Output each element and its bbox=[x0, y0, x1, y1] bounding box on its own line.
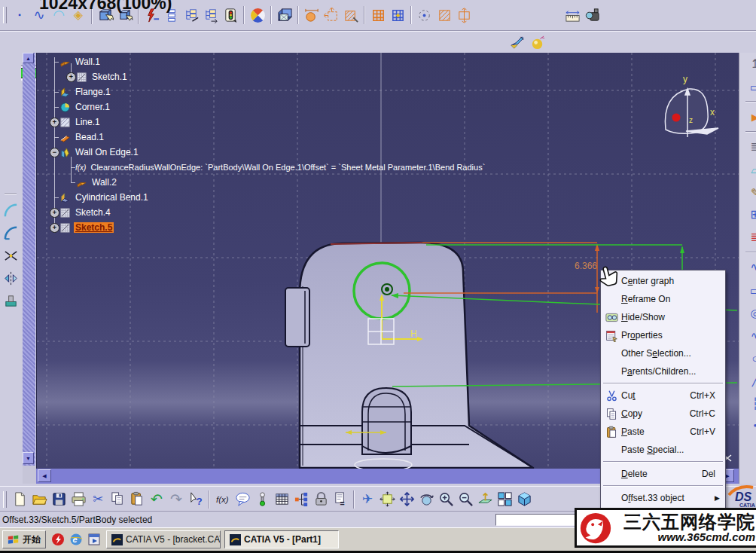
media-player-icon[interactable] bbox=[87, 532, 102, 547]
tree-item[interactable]: Sketch.5 bbox=[59, 220, 114, 235]
tree-item[interactable]: Corner.1 bbox=[59, 99, 111, 115]
menu-item-other-selection[interactable]: Other Selection... bbox=[602, 344, 724, 362]
redo-arrow-button[interactable]: ↷ bbox=[166, 490, 186, 509]
cut-frame-button[interactable] bbox=[454, 5, 474, 25]
menu-item-offset-33-object[interactable]: Offset.33 object▶ bbox=[602, 489, 724, 507]
tree-item[interactable]: Sketch.1 bbox=[75, 69, 129, 84]
measure-ruler-button[interactable] bbox=[562, 5, 582, 25]
move-frame-button[interactable] bbox=[322, 5, 341, 25]
projector-camera-button[interactable] bbox=[582, 5, 602, 25]
open-folder-button[interactable] bbox=[29, 490, 49, 509]
lock-button[interactable] bbox=[311, 490, 331, 509]
tree-item-label[interactable]: Bead.1 bbox=[74, 132, 105, 142]
whats-this-help-button[interactable]: ? bbox=[186, 490, 206, 509]
tree-item[interactable]: Sketch.4 bbox=[59, 205, 112, 220]
exit-workbench-button[interactable]: ↥ bbox=[745, 54, 756, 74]
tree-item[interactable]: Wall.2 bbox=[75, 175, 118, 190]
paste-clipboard-button[interactable] bbox=[127, 490, 147, 509]
menu-item-paste-special[interactable]: Paste Special... bbox=[602, 441, 724, 459]
tree-vertical-scrollbar[interactable]: ▲ ▼ bbox=[23, 53, 35, 466]
surface-patch-button[interactable]: ◈ bbox=[69, 5, 88, 25]
tree-item-label[interactable]: Line.1 bbox=[74, 117, 102, 127]
grid-blue-button[interactable] bbox=[388, 5, 407, 25]
tree-item-label[interactable]: Wall.2 bbox=[90, 177, 118, 188]
isometric-cube-button[interactable] bbox=[514, 490, 534, 509]
sketch-tools-button[interactable]: ▭ bbox=[745, 77, 756, 96]
thunder-icon[interactable] bbox=[50, 532, 66, 547]
tree-expander-plus[interactable]: + bbox=[50, 208, 59, 218]
tree-item-label[interactable]: ClearanceRadiusWallOnEdge: `PartBody\Wal… bbox=[89, 163, 486, 172]
design-table-grid-button[interactable] bbox=[272, 490, 291, 509]
brush-small-button[interactable]: ✎ bbox=[745, 182, 756, 202]
construction-circle-button[interactable] bbox=[415, 5, 434, 25]
shaded-view-cube-button[interactable] bbox=[275, 5, 294, 25]
tree-expander-plus[interactable]: + bbox=[66, 72, 76, 82]
menu-item-parents-children[interactable]: Parents/Children... bbox=[602, 362, 724, 380]
grid-box-button[interactable]: ⊞ bbox=[745, 205, 756, 225]
tree-item-label[interactable]: Sketch.1 bbox=[90, 72, 129, 82]
scroll-up-button[interactable]: ▲ bbox=[23, 53, 34, 63]
menu-item-copy[interactable]: CopyCtrl+C bbox=[602, 405, 724, 423]
hatch-orange-button[interactable] bbox=[434, 5, 454, 25]
save-floppy-button[interactable] bbox=[49, 490, 69, 509]
menu-item-hide-show[interactable]: Hide/Show bbox=[602, 308, 724, 326]
tree-item[interactable]: f(x)ClearanceRadiusWallOnEdge: `PartBody… bbox=[75, 160, 486, 175]
tree-item[interactable]: Wall.1 bbox=[59, 54, 102, 69]
tree-item[interactable]: Flange.1 bbox=[59, 84, 112, 99]
print-button[interactable] bbox=[69, 490, 88, 509]
tree-expander-plus[interactable]: + bbox=[50, 223, 59, 233]
point-mark-button[interactable]: ● bbox=[745, 416, 756, 435]
tree-item-label[interactable]: Sketch.5 bbox=[74, 222, 114, 233]
tree-expander-minus[interactable]: − bbox=[50, 148, 59, 157]
graph-tree-edit-button[interactable] bbox=[181, 5, 201, 25]
graph-tree-copy-button[interactable] bbox=[201, 5, 221, 25]
copy-documents-button[interactable] bbox=[108, 490, 127, 509]
paintbrush-button[interactable] bbox=[508, 32, 527, 52]
taskbar-window-button[interactable]: CATIA V5 - [Part1] bbox=[224, 530, 339, 548]
menu-item-properties[interactable]: Properties bbox=[602, 326, 724, 344]
arc-curve-button[interactable]: ◠ bbox=[49, 5, 69, 25]
stamp-button[interactable] bbox=[1, 291, 20, 310]
tree-expander-plus[interactable]: + bbox=[50, 118, 59, 127]
knowledge-traffic-light-button[interactable] bbox=[221, 5, 240, 25]
tree-item[interactable]: Wall On Edge.1 bbox=[59, 145, 140, 160]
tree-item-label[interactable]: Wall.1 bbox=[74, 57, 102, 67]
grid-orange-button[interactable] bbox=[368, 5, 388, 25]
select-point-button[interactable]: ▪ bbox=[10, 5, 29, 25]
material-sphere-button[interactable] bbox=[528, 32, 547, 52]
zoom-in-button[interactable] bbox=[436, 490, 456, 509]
menu-item-reframe-on[interactable]: Reframe On bbox=[602, 290, 724, 308]
update-bolt-button[interactable] bbox=[142, 5, 162, 25]
corner-arc-button[interactable] bbox=[1, 200, 20, 220]
zoom-out-button[interactable] bbox=[456, 490, 475, 509]
toolbar-handle[interactable] bbox=[3, 7, 7, 23]
tree-item[interactable]: Cylindrical Bend.1 bbox=[59, 190, 150, 205]
undo-arrow-button[interactable]: ↶ bbox=[147, 490, 166, 509]
scroll-left-button[interactable]: ◀ bbox=[38, 469, 51, 482]
grid-list-button[interactable]: ≣ bbox=[745, 137, 756, 157]
menu-item-paste[interactable]: PasteCtrl+V bbox=[602, 423, 724, 441]
trim-cross-button[interactable] bbox=[1, 246, 20, 265]
toolbar-handle[interactable] bbox=[3, 491, 7, 508]
tree-item-label[interactable]: Flange.1 bbox=[74, 87, 112, 97]
play-button[interactable]: ▶ bbox=[745, 107, 756, 127]
ellipse-tool-button[interactable]: ○ bbox=[745, 348, 756, 368]
material-fan-button[interactable] bbox=[248, 5, 267, 25]
surface-plane-button[interactable]: ▱ bbox=[745, 160, 756, 179]
tree-item[interactable]: Line.1 bbox=[59, 115, 102, 130]
rotate-view-button[interactable] bbox=[416, 490, 436, 509]
fly-mode-button[interactable]: ✈ bbox=[358, 490, 377, 509]
spline-tool-button[interactable]: ∿ bbox=[745, 325, 756, 345]
chamfer-arc-button[interactable] bbox=[1, 223, 20, 243]
mirror-button[interactable] bbox=[1, 268, 20, 288]
select-cube-button[interactable] bbox=[96, 5, 115, 25]
tree-item-label[interactable]: Corner.1 bbox=[74, 102, 111, 112]
fit-all-button[interactable] bbox=[377, 490, 397, 509]
normal-view-button[interactable] bbox=[475, 490, 495, 509]
spline-curve-button[interactable]: ∿ bbox=[29, 5, 49, 25]
menu-item-cut[interactable]: CutCtrl+X bbox=[602, 386, 724, 405]
tree-item-label[interactable]: Sketch.4 bbox=[74, 207, 112, 218]
start-button[interactable]: 开始 bbox=[2, 530, 46, 548]
rectangle-button[interactable]: ▭ bbox=[745, 280, 756, 300]
list-red-button[interactable]: ≣ bbox=[745, 228, 756, 247]
